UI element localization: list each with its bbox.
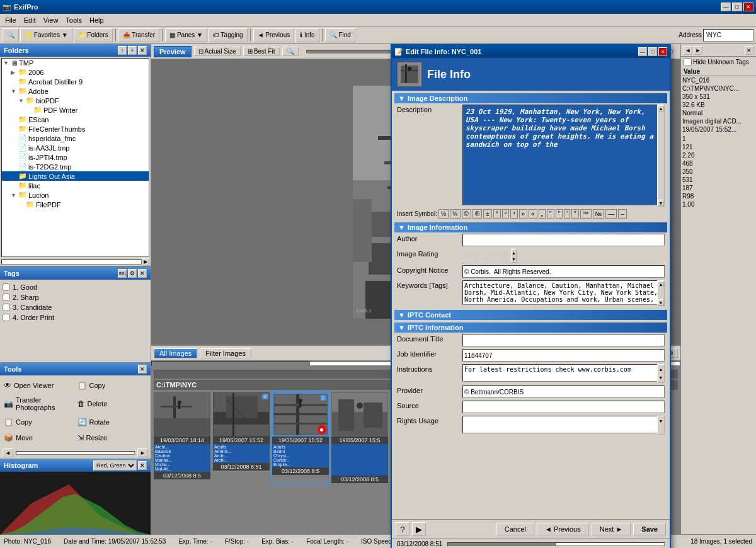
inst-scroll-down[interactable]: ▼	[658, 374, 664, 380]
rating-down-btn[interactable]: ▼	[512, 256, 516, 262]
actual-size-btn[interactable]: ⊡ Actual Size	[194, 47, 241, 56]
histogram-close-btn[interactable]: ✕	[138, 461, 147, 470]
sym-tm[interactable]: ™	[580, 209, 592, 219]
zoom-btn[interactable]: 🔍	[282, 47, 299, 56]
keywords-textarea[interactable]: Architecture, Balance, Caution, Manhatta…	[462, 280, 665, 305]
menu-view[interactable]: View	[40, 15, 62, 25]
menu-help[interactable]: Help	[86, 15, 108, 25]
tool-move[interactable]: 📦 Move	[3, 431, 75, 445]
right-panel-btn2[interactable]: ►	[694, 46, 702, 55]
folders-close[interactable]: ✕	[138, 46, 147, 55]
edit-file-info-modal[interactable]: 📝 Edit File Info: NYC_001 — □ ✕	[391, 44, 671, 548]
doc-title-input[interactable]	[462, 334, 665, 346]
tree-item-lights-out-asia[interactable]: 📁 Lights Out Asia	[2, 171, 149, 181]
tree-item-lilac[interactable]: 📁 lilac	[2, 181, 149, 190]
tree-item-2006[interactable]: ▶ 📁 2006	[2, 67, 149, 77]
sym-ldquote[interactable]: "	[556, 209, 563, 219]
tool-transfer[interactable]: 📷 Transfer Photographs	[3, 394, 75, 414]
sym-prime[interactable]: ′	[564, 209, 570, 219]
sym-plusminus[interactable]: ±	[483, 209, 492, 219]
star-3[interactable]: ☆	[481, 251, 490, 261]
play-btn[interactable]: ▶	[412, 522, 426, 536]
tag-sharp[interactable]: 2. Sharp	[3, 292, 148, 302]
description-textarea[interactable]: 23 Oct 1929, Manhattan, New York, New Yo…	[462, 105, 665, 205]
image-thumb-1[interactable]: 19/03/2007 18:14 Archi...BalanceCautionM…	[154, 392, 210, 483]
desc-scroll-up[interactable]: ▲	[658, 105, 664, 111]
star-4[interactable]: ☆	[491, 251, 499, 261]
sym-bdquote[interactable]: „	[539, 209, 546, 219]
menu-tools[interactable]: Tools	[62, 15, 86, 25]
tool-copy-right[interactable]: 📋 Copy	[76, 378, 149, 392]
star-1[interactable]: ☆	[462, 251, 471, 261]
tab-filter-images[interactable]: Filter Images	[200, 348, 251, 358]
modal-maximize-btn[interactable]: □	[648, 47, 657, 56]
info-btn[interactable]: ℹ Info	[295, 28, 319, 42]
rights-usage-textarea[interactable]	[462, 416, 665, 433]
minimize-btn[interactable]: —	[721, 3, 731, 11]
tool-open-viewer[interactable]: 👁 Open Viewer	[3, 378, 75, 392]
tab-all-images[interactable]: All Images	[154, 348, 197, 358]
sym-dprime[interactable]: ″	[571, 209, 579, 219]
tool-resize[interactable]: ⇲ Resize	[76, 431, 149, 445]
image-info-header[interactable]: ▼ Image Information	[394, 222, 667, 232]
sym-numero[interactable]: №	[593, 209, 605, 219]
tree-item-is-t2dg[interactable]: 📄 is-T2DG2.tmp	[2, 162, 149, 171]
job-id-input[interactable]	[462, 349, 665, 362]
modal-minimize-btn[interactable]: —	[638, 47, 647, 56]
next-btn[interactable]: Next ►	[592, 523, 631, 535]
tags-close-btn[interactable]: ✕	[138, 269, 147, 278]
tree-item-filepdf[interactable]: 📁 FilePDF	[2, 200, 149, 209]
tree-item-biopdf[interactable]: ▼ 📁 bioPDF	[2, 96, 149, 105]
sym-3[interactable]: ³	[510, 209, 517, 219]
menu-edit[interactable]: Edit	[20, 15, 40, 25]
transfer-btn[interactable]: 📤 Transfer	[118, 28, 159, 42]
tag-candidate-checkbox[interactable]	[3, 304, 10, 311]
tree-item-hsperidata[interactable]: 📄 hsperidata_fmc	[2, 134, 149, 143]
author-input[interactable]	[462, 234, 665, 246]
previous-btn[interactable]: ◄ Previous	[537, 523, 589, 535]
tree-item-adobe[interactable]: ▼ 📁 Adobe	[2, 86, 149, 96]
sym-half[interactable]: ½	[438, 209, 449, 219]
best-fit-btn[interactable]: ⊞ Best Fit	[243, 47, 280, 56]
kw-scroll-up[interactable]: ▲	[658, 281, 664, 287]
sym-rdquote[interactable]: "	[547, 209, 554, 219]
sym-2[interactable]: ²	[502, 209, 509, 219]
tool-delete[interactable]: 🗑 Delete	[76, 394, 149, 414]
tagging-btn[interactable]: 🏷 Tagging	[209, 28, 248, 42]
right-panel-btn1[interactable]: ◄	[684, 46, 692, 55]
save-btn[interactable]: Save	[633, 523, 666, 535]
tree-item-escan[interactable]: 📁 EScan	[2, 115, 149, 124]
rating-stars[interactable]: ☆ ☆ ☆ ☆ ☆	[462, 251, 508, 261]
tree-item-tmp[interactable]: ▼ 🖥 TMP	[2, 59, 149, 67]
tools-next-btn[interactable]: ►	[137, 448, 148, 457]
preview-tab[interactable]: Preview	[154, 46, 192, 57]
tag-candidate[interactable]: 3. Candidate	[3, 302, 148, 312]
tree-item-pdfwriter[interactable]: 📁 PDF Writer	[2, 105, 149, 115]
instructions-textarea[interactable]: For latest restrictions check www.corbis…	[462, 364, 665, 382]
tools-close-btn[interactable]: ✕	[138, 365, 147, 374]
hide-unknown-checkbox[interactable]	[684, 58, 692, 66]
image-description-header[interactable]: ▼ Image Description	[394, 93, 667, 103]
sym-copyright[interactable]: ©	[462, 209, 471, 219]
folders-nav-up[interactable]: ↑	[118, 46, 127, 55]
kw-scroll-down[interactable]: ▼	[658, 299, 664, 305]
help-btn[interactable]: ?	[396, 522, 410, 536]
sym-emdash[interactable]: —	[605, 209, 617, 219]
tool-copy-left[interactable]: 📋 Copy	[3, 415, 75, 429]
tree-item-filecenter[interactable]: 📁 FileCenterThumbs	[2, 124, 149, 134]
folders-btn[interactable]: 📁 Folders	[74, 28, 113, 42]
tag-sharp-checkbox[interactable]	[3, 294, 10, 301]
menu-file[interactable]: File	[1, 15, 20, 25]
folders-scroll-right[interactable]: ▶	[142, 258, 149, 266]
folders-expand[interactable]: +	[128, 46, 137, 55]
maximize-btn[interactable]: □	[732, 3, 742, 11]
tag-order-print-checkbox[interactable]	[3, 314, 10, 321]
tree-item-is-jpti[interactable]: 📄 is-JPTI4.tmp	[2, 152, 149, 162]
find-btn[interactable]: 🔍 Find	[325, 28, 355, 42]
tree-item-lucion[interactable]: ▼ 📁 Lucion	[2, 190, 149, 200]
rights-scroll-down[interactable]: ▼	[658, 418, 664, 425]
sym-degree[interactable]: °	[493, 209, 501, 219]
sym-raquo[interactable]: »	[519, 209, 528, 219]
source-input[interactable]	[462, 401, 665, 413]
image-thumb-3[interactable]: 1 ⏺ 19/05/2007 15:52 AdultsBeamChrysl...…	[272, 392, 329, 483]
